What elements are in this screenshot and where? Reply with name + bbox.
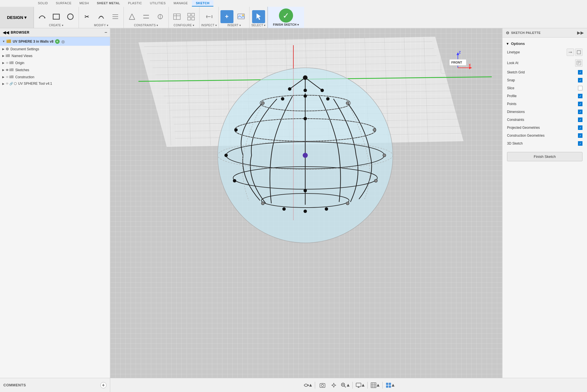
slice-label: Slice bbox=[507, 86, 514, 90]
modify-offset-icon[interactable] bbox=[95, 10, 108, 23]
camera-tool[interactable] bbox=[318, 381, 327, 390]
3d-sketch-checkbox[interactable] bbox=[578, 141, 582, 146]
palette-minus-icon[interactable]: ⊖ bbox=[506, 31, 510, 35]
sketch-grid-checkbox[interactable] bbox=[578, 70, 582, 75]
svg-rect-127 bbox=[577, 61, 581, 65]
svg-rect-126 bbox=[577, 51, 580, 54]
snap-checkbox[interactable] bbox=[578, 78, 582, 82]
projected-geom-checkbox[interactable] bbox=[578, 125, 582, 130]
svg-point-85 bbox=[304, 76, 307, 79]
svg-point-111 bbox=[261, 202, 264, 205]
finish-sketch-palette-button[interactable]: Finish Sketch bbox=[507, 152, 582, 161]
constraints-icon1[interactable] bbox=[125, 10, 138, 23]
svg-rect-153 bbox=[389, 383, 391, 385]
svg-rect-152 bbox=[386, 383, 388, 385]
constraints-checkbox[interactable] bbox=[578, 117, 582, 122]
tab-manage[interactable]: MANAGE bbox=[170, 0, 192, 6]
add-comment-button[interactable]: + bbox=[100, 382, 107, 388]
display-tool[interactable] bbox=[356, 381, 365, 390]
tab-solid[interactable]: SOLID bbox=[34, 0, 52, 6]
select-cursor-icon[interactable] bbox=[252, 10, 265, 23]
option-profile: Profile bbox=[502, 92, 587, 100]
insert-image-icon[interactable] bbox=[235, 10, 248, 23]
palette-expand-icon[interactable]: ▶▶ bbox=[577, 31, 584, 35]
browser-item-sketches[interactable]: ▶ 👁 Sketches bbox=[0, 66, 110, 73]
configure-table-icon[interactable] bbox=[170, 10, 183, 23]
inspect-label[interactable]: INSPECT ▾ bbox=[201, 24, 217, 27]
svg-point-110 bbox=[346, 202, 349, 205]
browser-item-doc-settings[interactable]: ▶ ⚙ Document Settings bbox=[0, 46, 110, 52]
tab-surface[interactable]: SURFACE bbox=[52, 0, 75, 6]
modify-label[interactable]: MODIFY ▾ bbox=[94, 24, 108, 27]
grid-tool[interactable] bbox=[371, 381, 380, 390]
target-icon[interactable]: ◎ bbox=[61, 39, 65, 44]
finish-sketch-button[interactable]: ✓ FINISH SKETCH ▾ bbox=[268, 7, 304, 28]
design-button[interactable]: DESIGN ▾ bbox=[0, 7, 34, 28]
arrow-icon: ▶ bbox=[2, 82, 5, 85]
svg-point-86 bbox=[320, 89, 324, 92]
browser-item-construction[interactable]: ▶ 👁 Construction bbox=[0, 73, 110, 80]
profile-checkbox[interactable] bbox=[578, 94, 582, 98]
tab-sheet-metal[interactable]: SHEET METAL bbox=[93, 0, 124, 6]
pan-tool[interactable] bbox=[329, 381, 338, 390]
select-label[interactable]: SELECT ▾ bbox=[251, 24, 266, 27]
svg-rect-36 bbox=[9, 61, 11, 62]
canvas-area[interactable]: Z X FRONT bbox=[110, 28, 502, 378]
svg-rect-21 bbox=[192, 17, 194, 20]
inspect-icon[interactable] bbox=[203, 10, 216, 23]
configure-grid-icon[interactable] bbox=[185, 10, 198, 23]
tab-plastic[interactable]: PLASTIC bbox=[124, 0, 146, 6]
linetype-btn1[interactable] bbox=[567, 49, 574, 56]
palette-title: SKETCH PALETTE bbox=[511, 31, 541, 34]
insert-label[interactable]: INSERT ▾ bbox=[227, 24, 241, 27]
item-label: UV SPHERE Tool v4:1 bbox=[18, 82, 52, 86]
look-at-btn[interactable] bbox=[575, 59, 582, 67]
tool-divider bbox=[315, 382, 315, 389]
item-label: Origin bbox=[15, 61, 24, 65]
points-checkbox[interactable] bbox=[578, 102, 582, 106]
tool-divider2 bbox=[352, 382, 353, 389]
insert-plus-icon[interactable]: + bbox=[220, 10, 233, 23]
browser-minimize[interactable]: − bbox=[105, 30, 107, 35]
create-circle-icon[interactable] bbox=[64, 10, 77, 23]
configure-label[interactable]: CONFIGURE ▾ bbox=[174, 24, 194, 27]
modify-pattern-icon[interactable] bbox=[109, 10, 122, 23]
constraints-icon3[interactable] bbox=[154, 10, 167, 23]
create-label[interactable]: CREATE ▾ bbox=[49, 24, 64, 27]
constraints-icon2[interactable] bbox=[140, 10, 153, 23]
construction-geom-checkbox[interactable] bbox=[578, 133, 582, 138]
browser-item-uv-tool[interactable]: ▶ 👁 🔗 ⬡ UV SPHERE Tool v4:1 bbox=[0, 80, 110, 87]
svg-line-9 bbox=[132, 14, 135, 19]
browser-collapse-left[interactable]: ◀◀ bbox=[3, 30, 9, 35]
main-area: ◀◀ BROWSER − ▼ UV SPHERE 3 in Walls v8 K… bbox=[0, 28, 587, 378]
dimensions-label: Dimensions bbox=[507, 110, 525, 114]
arrow-icon: ▶ bbox=[2, 75, 5, 79]
svg-point-105 bbox=[304, 210, 307, 213]
svg-rect-2 bbox=[53, 14, 59, 19]
svg-rect-40 bbox=[9, 75, 11, 76]
create-arc-icon[interactable] bbox=[36, 10, 49, 23]
eye-icon: 👁 bbox=[6, 68, 9, 72]
linetype-btn2[interactable] bbox=[575, 49, 582, 56]
svg-rect-146 bbox=[371, 383, 376, 387]
slice-checkbox[interactable] bbox=[578, 86, 582, 90]
create-rect-icon[interactable] bbox=[50, 10, 63, 23]
browser-item-origin[interactable]: ▶ 👁 Origin bbox=[0, 59, 110, 66]
option-dimensions: Dimensions bbox=[502, 108, 587, 116]
dimensions-checkbox[interactable] bbox=[578, 110, 582, 114]
constraints-label[interactable]: CONSTRAINTS ▾ bbox=[134, 24, 158, 27]
item-label: Document Settings bbox=[10, 47, 39, 51]
tab-sketch[interactable]: SKETCH bbox=[192, 0, 213, 6]
tab-utilities[interactable]: UTILITIES bbox=[146, 0, 170, 6]
zoom-tool[interactable] bbox=[341, 381, 350, 390]
orbit-tool[interactable] bbox=[303, 381, 312, 390]
tab-mesh[interactable]: MESH bbox=[75, 0, 93, 6]
svg-marker-145 bbox=[362, 384, 365, 387]
view-grid-tool[interactable] bbox=[385, 381, 395, 390]
modify-trim-icon[interactable]: ✂ bbox=[81, 10, 94, 23]
options-expand-arrow[interactable]: ▼ bbox=[506, 42, 509, 46]
item-label: Construction bbox=[15, 75, 34, 79]
folder-icon bbox=[9, 75, 14, 79]
browser-item-named-views[interactable]: ▶ Named Views bbox=[0, 52, 110, 59]
active-file-row[interactable]: ▼ UV SPHERE 3 in Walls v8 K ◎ bbox=[0, 37, 110, 46]
